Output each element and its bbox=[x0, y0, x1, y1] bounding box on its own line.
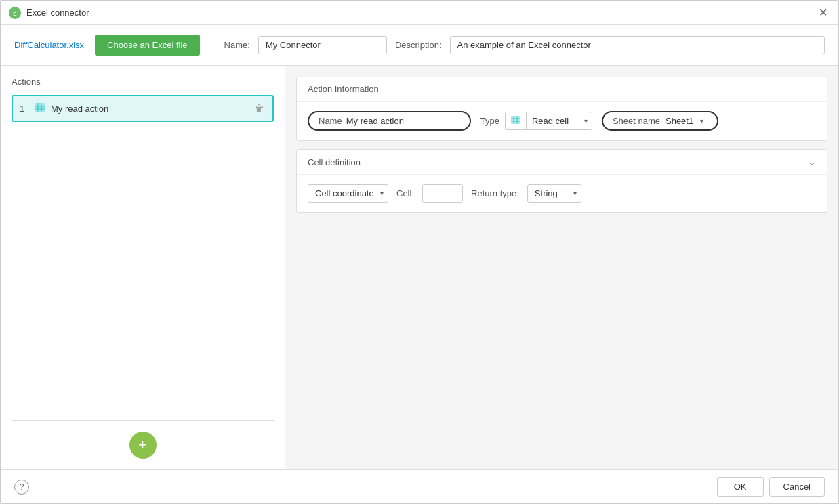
action-number: 1 bbox=[20, 104, 29, 114]
excel-connector-dialog: E Excel connector ✕ DiffCalculator.xlsx … bbox=[0, 0, 839, 504]
sheet-name-label: Sheet name bbox=[613, 116, 660, 126]
description-label: Description: bbox=[395, 40, 442, 50]
return-type-label: Return type: bbox=[471, 188, 519, 198]
dialog-title: Excel connector bbox=[26, 7, 89, 18]
title-bar: E Excel connector ✕ bbox=[1, 1, 838, 25]
return-type-select[interactable]: String Integer Double Boolean bbox=[528, 185, 581, 202]
title-bar-left: E Excel connector bbox=[9, 7, 89, 19]
sheet-select[interactable]: Sheet1 Sheet2 bbox=[666, 116, 708, 126]
action-type-icon bbox=[35, 103, 45, 114]
bottom-bar: ? OK Cancel bbox=[1, 469, 838, 503]
type-select[interactable]: Read cell Write cell Read range bbox=[527, 112, 592, 129]
cell-coord-select[interactable]: Cell coordinate Named range bbox=[308, 185, 388, 202]
add-action-button[interactable]: + bbox=[129, 432, 157, 459]
actions-label: Actions bbox=[12, 77, 274, 87]
left-panel: Actions 1 My read action 🗑 bbox=[1, 66, 285, 469]
bottom-buttons: OK Cancel bbox=[717, 477, 825, 497]
action-item-name: My read action bbox=[51, 104, 248, 114]
cell-input[interactable] bbox=[422, 184, 463, 203]
return-type-select-container: String Integer Double Boolean bbox=[527, 184, 581, 203]
file-link[interactable]: DiffCalculator.xlsx bbox=[14, 40, 84, 50]
collapse-button[interactable]: ⌄ bbox=[808, 156, 816, 167]
delete-action-button[interactable]: 🗑 bbox=[253, 102, 266, 115]
cell-def-header: Cell definition ⌄ bbox=[297, 150, 827, 175]
action-info-body: Name Type bbox=[297, 102, 827, 140]
svg-rect-2 bbox=[35, 103, 45, 112]
divider bbox=[12, 420, 274, 421]
close-button[interactable]: ✕ bbox=[816, 6, 830, 20]
sheet-select-container: Sheet1 Sheet2 bbox=[666, 116, 708, 126]
action-name-input[interactable] bbox=[346, 116, 460, 126]
svg-text:E: E bbox=[13, 10, 17, 16]
type-select-container: Read cell Write cell Read range bbox=[527, 112, 592, 129]
cell-def-body: Cell coordinate Named range Cell: Return… bbox=[297, 175, 827, 212]
cell-coord-select-container: Cell coordinate Named range bbox=[308, 184, 388, 203]
action-info-card: Action Information Name Type bbox=[296, 77, 827, 141]
app-icon: E bbox=[9, 7, 21, 19]
name-label: Name: bbox=[224, 40, 250, 50]
main-content: Actions 1 My read action 🗑 bbox=[1, 66, 838, 469]
top-bar: DiffCalculator.xlsx Choose an Excel file… bbox=[1, 25, 838, 66]
name-field-label: Name bbox=[319, 116, 342, 126]
action-info-header: Action Information bbox=[297, 77, 827, 102]
type-select-wrapper: Read cell Write cell Read range bbox=[505, 112, 592, 130]
cell-def-title: Cell definition bbox=[308, 157, 361, 167]
connector-name-input[interactable] bbox=[258, 36, 387, 54]
ok-button[interactable]: OK bbox=[717, 477, 764, 497]
svg-rect-7 bbox=[511, 116, 520, 124]
cell-label: Cell: bbox=[396, 188, 414, 198]
help-button[interactable]: ? bbox=[14, 480, 29, 495]
cancel-button[interactable]: Cancel bbox=[769, 477, 825, 497]
connector-section: Name: Description: bbox=[224, 36, 825, 54]
name-field-wrapper: Name bbox=[308, 111, 471, 131]
action-item[interactable]: 1 My read action 🗑 bbox=[12, 95, 274, 122]
cell-def-card: Cell definition ⌄ Cell coordinate Named … bbox=[296, 149, 827, 213]
type-label: Type bbox=[480, 116, 499, 126]
description-input[interactable] bbox=[450, 36, 825, 54]
right-panel: Action Information Name Type bbox=[285, 66, 838, 469]
add-action-area: + bbox=[12, 406, 274, 459]
type-icon bbox=[506, 112, 527, 129]
sheet-section: Sheet name Sheet1 Sheet2 bbox=[602, 111, 718, 131]
choose-file-button[interactable]: Choose an Excel file bbox=[95, 35, 200, 56]
type-section: Type bbox=[480, 112, 592, 130]
